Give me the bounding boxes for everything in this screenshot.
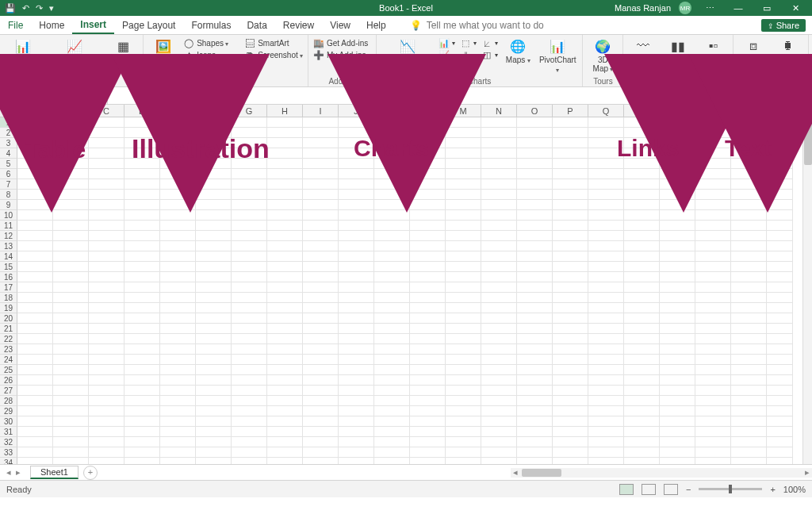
cell-S7[interactable] bbox=[660, 179, 695, 190]
cell-H11[interactable] bbox=[267, 221, 303, 231]
cell-T9[interactable] bbox=[695, 200, 731, 210]
cell-V18[interactable] bbox=[767, 293, 793, 303]
cell-T31[interactable] bbox=[695, 427, 731, 437]
cell-I32[interactable] bbox=[303, 437, 339, 447]
cell-K19[interactable] bbox=[374, 303, 410, 313]
cell-S24[interactable] bbox=[660, 355, 695, 365]
cell-V31[interactable] bbox=[767, 427, 793, 437]
cell-E27[interactable] bbox=[160, 386, 196, 396]
cell-I33[interactable] bbox=[303, 447, 339, 458]
cell-K15[interactable] bbox=[374, 262, 410, 272]
cell-E10[interactable] bbox=[160, 210, 196, 221]
col-header-I[interactable]: I bbox=[303, 105, 339, 117]
cell-E12[interactable] bbox=[160, 231, 196, 241]
redo-icon[interactable]: ↷ bbox=[36, 3, 43, 13]
sheet-tab-1[interactable]: Sheet1 bbox=[30, 466, 79, 479]
cell-M30[interactable] bbox=[446, 416, 481, 427]
cell-B19[interactable] bbox=[53, 303, 89, 313]
cell-S33[interactable] bbox=[660, 447, 695, 458]
cell-A1[interactable] bbox=[17, 117, 53, 128]
cell-A12[interactable] bbox=[17, 231, 53, 241]
cell-U9[interactable] bbox=[731, 200, 767, 210]
cell-N6[interactable] bbox=[481, 169, 517, 179]
cell-I5[interactable] bbox=[303, 159, 339, 169]
cell-K20[interactable] bbox=[374, 313, 410, 324]
cell-G9[interactable] bbox=[232, 200, 267, 210]
cell-S28[interactable] bbox=[660, 396, 695, 406]
cell-B34[interactable] bbox=[53, 458, 89, 464]
sheet-nav[interactable]: ◂▸ bbox=[0, 467, 27, 478]
cell-R12[interactable] bbox=[624, 231, 660, 241]
cell-C3[interactable] bbox=[89, 138, 124, 148]
cell-J26[interactable] bbox=[339, 375, 374, 386]
cell-E21[interactable] bbox=[160, 324, 196, 334]
cell-V7[interactable] bbox=[767, 179, 793, 190]
cell-A30[interactable] bbox=[17, 416, 53, 427]
cell-U19[interactable] bbox=[731, 303, 767, 313]
pivottable-button[interactable]: 📊 PivotTable bbox=[5, 36, 41, 64]
col-header-M[interactable]: M bbox=[446, 105, 481, 117]
row-header-16[interactable]: 16 bbox=[0, 272, 17, 282]
cell-K1[interactable] bbox=[374, 117, 410, 128]
cell-O25[interactable] bbox=[517, 365, 553, 375]
cell-H15[interactable] bbox=[267, 262, 303, 272]
cell-R1[interactable] bbox=[624, 117, 660, 128]
cell-N30[interactable] bbox=[481, 416, 517, 427]
col-header-U[interactable]: U bbox=[731, 105, 767, 117]
cell-E22[interactable] bbox=[160, 334, 196, 344]
row-header-12[interactable]: 12 bbox=[0, 231, 17, 241]
cell-U23[interactable] bbox=[731, 344, 767, 355]
cell-C34[interactable] bbox=[89, 458, 124, 464]
cell-O2[interactable] bbox=[517, 128, 553, 138]
cell-J21[interactable] bbox=[339, 324, 374, 334]
cell-V17[interactable] bbox=[767, 282, 793, 293]
cell-N29[interactable] bbox=[481, 406, 517, 416]
cell-E17[interactable] bbox=[160, 282, 196, 293]
cell-H4[interactable] bbox=[267, 148, 303, 159]
cell-U13[interactable] bbox=[731, 241, 767, 251]
cell-T30[interactable] bbox=[695, 416, 731, 427]
next-sheet-icon[interactable]: ▸ bbox=[16, 467, 21, 478]
cell-P14[interactable] bbox=[553, 251, 588, 262]
cell-J29[interactable] bbox=[339, 406, 374, 416]
cell-M29[interactable] bbox=[446, 406, 481, 416]
cell-I20[interactable] bbox=[303, 313, 339, 324]
cell-K24[interactable] bbox=[374, 355, 410, 365]
tab-view[interactable]: View bbox=[322, 16, 358, 34]
col-header-C[interactable]: C bbox=[89, 105, 124, 117]
cell-U17[interactable] bbox=[731, 282, 767, 293]
cell-V14[interactable] bbox=[767, 251, 793, 262]
pie-chart-button[interactable]: ◔▾ bbox=[439, 62, 455, 72]
cell-E18[interactable] bbox=[160, 293, 196, 303]
cell-C11[interactable] bbox=[89, 221, 124, 231]
cell-S25[interactable] bbox=[660, 365, 695, 375]
cell-D6[interactable] bbox=[124, 169, 160, 179]
cell-M16[interactable] bbox=[446, 272, 481, 282]
cell-B29[interactable] bbox=[53, 406, 89, 416]
cell-G8[interactable] bbox=[232, 190, 267, 200]
cell-E13[interactable] bbox=[160, 241, 196, 251]
cell-V32[interactable] bbox=[767, 437, 793, 447]
cell-R29[interactable] bbox=[624, 406, 660, 416]
cell-V28[interactable] bbox=[767, 396, 793, 406]
cell-H9[interactable] bbox=[267, 200, 303, 210]
cell-R31[interactable] bbox=[624, 427, 660, 437]
cell-O6[interactable] bbox=[517, 169, 553, 179]
cell-M15[interactable] bbox=[446, 262, 481, 272]
cell-Q26[interactable] bbox=[588, 375, 624, 386]
cell-P26[interactable] bbox=[553, 375, 588, 386]
cell-C26[interactable] bbox=[89, 375, 124, 386]
cell-F6[interactable] bbox=[196, 169, 232, 179]
cell-P32[interactable] bbox=[553, 437, 588, 447]
cell-L1[interactable] bbox=[410, 117, 446, 128]
cell-E7[interactable] bbox=[160, 179, 196, 190]
cell-P10[interactable] bbox=[553, 210, 588, 221]
cell-D13[interactable] bbox=[124, 241, 160, 251]
cell-F26[interactable] bbox=[196, 375, 232, 386]
cell-I4[interactable] bbox=[303, 148, 339, 159]
table-button[interactable]: ▦ Table bbox=[108, 36, 138, 64]
cell-O24[interactable] bbox=[517, 355, 553, 365]
cell-I23[interactable] bbox=[303, 344, 339, 355]
slicer-button[interactable]: ⧈Slicer bbox=[738, 36, 768, 64]
cell-R23[interactable] bbox=[624, 344, 660, 355]
